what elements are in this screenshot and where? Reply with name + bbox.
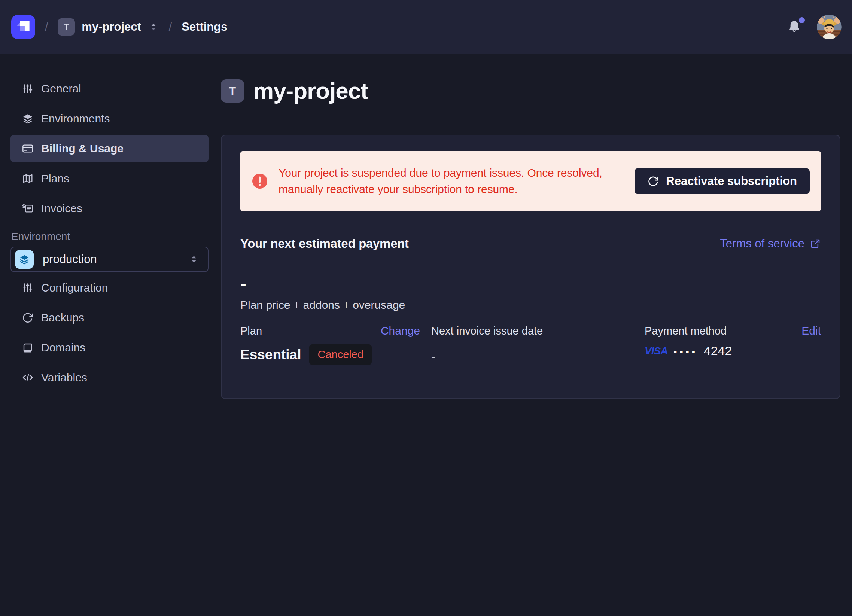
notifications-bell-icon[interactable] bbox=[787, 20, 802, 35]
sidebar-item-label: Configuration bbox=[41, 281, 108, 294]
edit-payment-method-link[interactable]: Edit bbox=[801, 325, 821, 337]
sidebar-item-backups[interactable]: Backups bbox=[11, 304, 208, 331]
sidebar-item-domains[interactable]: Domains bbox=[11, 334, 208, 361]
code-icon bbox=[22, 371, 34, 383]
invoice-icon bbox=[22, 202, 34, 214]
environment-select[interactable]: production bbox=[11, 247, 208, 272]
payment-method-label-row: Payment method Edit bbox=[645, 324, 821, 338]
project-badge: T bbox=[57, 18, 75, 36]
breadcrumb-project-name: my-project bbox=[82, 20, 141, 34]
payment-method-value: VISA •••• 4242 bbox=[645, 344, 821, 358]
payment-heading-row: Your next estimated payment Terms of ser… bbox=[240, 237, 821, 251]
invoice-label-row: Next invoice issue date bbox=[431, 324, 633, 338]
app-root: / T my-project / Settings bbox=[0, 0, 852, 616]
reactivate-subscription-button[interactable]: Reactivate subscription bbox=[634, 168, 810, 194]
plan-label: Plan bbox=[240, 325, 262, 337]
settings-sidebar: General Environments bbox=[0, 54, 219, 616]
main-content: T my-project Your project is suspended d… bbox=[219, 54, 852, 616]
sidebar-item-label: Invoices bbox=[41, 202, 82, 215]
credit-card-icon bbox=[22, 143, 34, 154]
breadcrumb-settings: Settings bbox=[181, 20, 227, 34]
book-icon bbox=[22, 342, 34, 354]
environment-settings-nav: Configuration Backups bbox=[11, 274, 208, 391]
payment-method-label: Payment method bbox=[645, 325, 727, 337]
strapi-logo-icon[interactable] bbox=[11, 15, 35, 39]
sidebar-item-invoices[interactable]: Invoices bbox=[11, 195, 208, 222]
page-title: my-project bbox=[253, 77, 368, 104]
user-avatar[interactable] bbox=[817, 15, 841, 39]
next-payment-heading: Your next estimated payment bbox=[240, 237, 409, 251]
terms-link-label: Terms of service bbox=[720, 237, 804, 251]
billing-details-grid: Plan Change Essential Canceled Next invo… bbox=[240, 324, 821, 365]
page-layout: General Environments bbox=[0, 54, 852, 616]
invoice-column: Next invoice issue date - bbox=[431, 324, 633, 365]
sidebar-item-label: Environments bbox=[41, 112, 110, 125]
card-last4: 4242 bbox=[704, 344, 732, 358]
breadcrumb-separator: / bbox=[169, 21, 172, 33]
sliders-icon bbox=[22, 83, 34, 95]
sliders-icon bbox=[22, 282, 34, 294]
visa-logo: VISA bbox=[645, 345, 668, 357]
chevron-sorter-icon bbox=[148, 21, 159, 33]
payment-method-column: Payment method Edit VISA •••• 4242 bbox=[645, 324, 821, 365]
payment-formula: Plan price + addons + overusage bbox=[240, 299, 821, 311]
project-switcher[interactable]: T my-project bbox=[57, 18, 159, 36]
external-link-icon bbox=[810, 238, 821, 249]
sidebar-item-configuration[interactable]: Configuration bbox=[11, 274, 208, 301]
sidebar-item-label: Variables bbox=[41, 371, 87, 384]
exclamation-circle-icon bbox=[251, 172, 269, 190]
breadcrumb-separator: / bbox=[45, 21, 48, 33]
sidebar-item-general[interactable]: General bbox=[11, 75, 208, 102]
environment-section-label: Environment bbox=[11, 230, 208, 243]
top-bar-actions bbox=[787, 15, 841, 39]
sidebar-item-label: Plans bbox=[41, 172, 69, 185]
sidebar-item-label: General bbox=[41, 82, 81, 95]
project-settings-nav: General Environments bbox=[11, 75, 208, 222]
notification-dot bbox=[799, 17, 805, 23]
chevron-sorter-icon bbox=[188, 254, 199, 265]
rotate-icon bbox=[22, 312, 34, 324]
sidebar-item-label: Domains bbox=[41, 341, 85, 354]
terms-of-service-link[interactable]: Terms of service bbox=[720, 237, 821, 251]
map-icon bbox=[22, 172, 34, 184]
project-title-badge: T bbox=[221, 79, 244, 103]
invoice-date-value: - bbox=[431, 350, 633, 362]
environment-layers-icon bbox=[15, 250, 34, 269]
alert-message: Your project is suspended due to payment… bbox=[278, 165, 625, 198]
card-number-mask: •••• bbox=[674, 346, 697, 357]
reactivate-button-label: Reactivate subscription bbox=[666, 174, 797, 188]
estimated-payment-amount: - bbox=[240, 275, 821, 293]
sidebar-item-billing-usage[interactable]: Billing & Usage bbox=[11, 135, 208, 162]
change-plan-link[interactable]: Change bbox=[381, 325, 420, 337]
plan-label-row: Plan Change bbox=[240, 324, 420, 338]
billing-card: Your project is suspended due to payment… bbox=[221, 135, 840, 399]
invoice-date-label: Next invoice issue date bbox=[431, 325, 543, 337]
sidebar-item-label: Billing & Usage bbox=[41, 142, 124, 155]
plan-column: Plan Change Essential Canceled bbox=[240, 324, 420, 365]
sidebar-item-label: Backups bbox=[41, 311, 84, 324]
plan-status-badge: Canceled bbox=[309, 344, 372, 365]
plan-name: Essential bbox=[240, 347, 301, 362]
page-title-row: T my-project bbox=[221, 77, 840, 104]
environment-selected-value: production bbox=[43, 253, 179, 266]
sidebar-item-plans[interactable]: Plans bbox=[11, 165, 208, 192]
plan-value-row: Essential Canceled bbox=[240, 344, 420, 365]
top-bar: / T my-project / Settings bbox=[0, 0, 852, 54]
sidebar-item-environments[interactable]: Environments bbox=[11, 105, 208, 132]
suspension-alert: Your project is suspended due to payment… bbox=[240, 151, 821, 211]
layers-icon bbox=[22, 113, 34, 125]
sidebar-item-variables[interactable]: Variables bbox=[11, 364, 208, 391]
